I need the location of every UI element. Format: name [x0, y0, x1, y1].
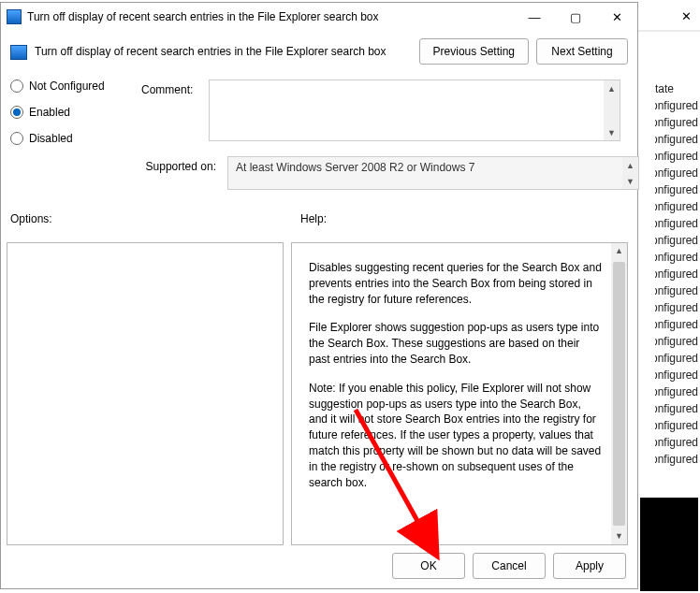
- comment-row: Comment: ▲ ▼: [141, 80, 620, 141]
- supported-value: At least Windows Server 2008 R2 or Windo…: [236, 161, 474, 174]
- list-item: onfigured: [655, 150, 698, 163]
- list-item: onfigured: [655, 402, 698, 415]
- subheader: Turn off display of recent search entrie…: [1, 31, 637, 68]
- title-bar: Turn off display of recent search entrie…: [1, 3, 637, 31]
- list-item: onfigured: [655, 200, 698, 213]
- section-labels: Options: Help:: [10, 212, 628, 225]
- next-setting-button[interactable]: Next Setting: [536, 38, 628, 65]
- cancel-button[interactable]: Cancel: [473, 553, 546, 579]
- list-item: onfigured: [655, 453, 698, 466]
- supported-text: At least Windows Server 2008 R2 or Windo…: [227, 156, 639, 190]
- list-item: onfigured: [655, 385, 698, 398]
- list-item: onfigured: [655, 436, 698, 449]
- scroll-up-icon[interactable]: ▲: [622, 157, 638, 173]
- close-icon[interactable]: ✕: [596, 3, 637, 31]
- scrollbar[interactable]: ▲ ▼: [604, 80, 620, 140]
- radio-icon: [10, 80, 23, 93]
- scroll-thumb[interactable]: [613, 262, 625, 526]
- list-item: onfigured: [655, 166, 698, 180]
- list-item: onfigured: [655, 369, 698, 382]
- radio-label: Enabled: [29, 106, 70, 119]
- scroll-up-icon[interactable]: ▲: [611, 243, 627, 259]
- help-label: Help:: [300, 212, 327, 225]
- list-item: onfigured: [655, 116, 698, 129]
- radio-label: Not Configured: [29, 80, 105, 93]
- scrollbar[interactable]: ▲ ▼: [622, 157, 638, 189]
- list-item: onfigured: [655, 234, 698, 247]
- window-controls: — ▢ ✕: [514, 3, 637, 31]
- radio-not-configured[interactable]: Not Configured: [10, 80, 105, 93]
- gpedit-icon: [7, 9, 22, 24]
- policy-subtitle: Turn off display of recent search entrie…: [35, 45, 412, 58]
- help-paragraph: Disables suggesting recent queries for t…: [309, 260, 603, 307]
- list-item: onfigured: [655, 284, 698, 297]
- list-item: onfigured: [655, 133, 698, 146]
- scroll-down-icon[interactable]: ▼: [622, 173, 638, 189]
- scroll-down-icon[interactable]: ▼: [604, 124, 620, 140]
- parent-bottom-area: [640, 498, 698, 591]
- list-item: onfigured: [655, 419, 698, 432]
- list-item: onfigured: [655, 335, 698, 348]
- scroll-down-icon[interactable]: ▼: [611, 528, 627, 544]
- list-item: onfigured: [655, 318, 698, 331]
- options-label: Options:: [10, 212, 300, 225]
- radio-icon: [10, 106, 23, 119]
- help-paragraph: Note: If you enable this policy, File Ex…: [309, 381, 603, 491]
- radio-icon: [10, 132, 23, 145]
- radio-label: Disabled: [29, 132, 73, 145]
- ok-button[interactable]: OK: [392, 553, 465, 579]
- scroll-up-icon[interactable]: ▲: [604, 80, 620, 96]
- list-item: onfigured: [655, 99, 698, 112]
- supported-row: Supported on: At least Windows Server 20…: [141, 156, 639, 190]
- comment-textarea[interactable]: ▲ ▼: [209, 80, 620, 141]
- scrollbar[interactable]: ▲ ▼: [611, 243, 627, 544]
- list-item: onfigured: [655, 268, 698, 281]
- policy-dialog: Turn off display of recent search entrie…: [0, 2, 638, 589]
- previous-setting-button[interactable]: Previous Setting: [419, 38, 529, 65]
- radio-enabled[interactable]: Enabled: [10, 106, 105, 119]
- list-item: onfigured: [655, 217, 698, 230]
- dialog-footer-buttons: OK Cancel Apply: [392, 553, 626, 579]
- list-item: onfigured: [655, 183, 698, 196]
- parent-col-header: tate: [655, 82, 698, 95]
- minimize-icon[interactable]: —: [514, 3, 555, 31]
- radio-disabled[interactable]: Disabled: [10, 132, 105, 145]
- panels: Disables suggesting recent queries for t…: [7, 242, 628, 545]
- window-title: Turn off display of recent search entrie…: [27, 10, 508, 23]
- list-item: onfigured: [655, 352, 698, 365]
- supported-label: Supported on:: [141, 156, 216, 173]
- apply-button[interactable]: Apply: [553, 553, 626, 579]
- parent-state-column: tate onfigured onfigured onfigured onfig…: [655, 82, 700, 466]
- parent-title-bar: ✕: [638, 2, 700, 32]
- help-paragraph: File Explorer shows suggestion pop-ups a…: [309, 320, 603, 367]
- gpedit-icon: [10, 45, 27, 60]
- parent-close-icon[interactable]: ✕: [672, 2, 700, 30]
- maximize-icon[interactable]: ▢: [555, 3, 596, 31]
- options-panel[interactable]: [7, 242, 284, 545]
- list-item: onfigured: [655, 301, 698, 314]
- help-panel[interactable]: Disables suggesting recent queries for t…: [291, 242, 628, 545]
- list-item: onfigured: [655, 251, 698, 264]
- comment-label: Comment:: [141, 80, 197, 96]
- state-radio-group: Not Configured Enabled Disabled: [10, 80, 105, 145]
